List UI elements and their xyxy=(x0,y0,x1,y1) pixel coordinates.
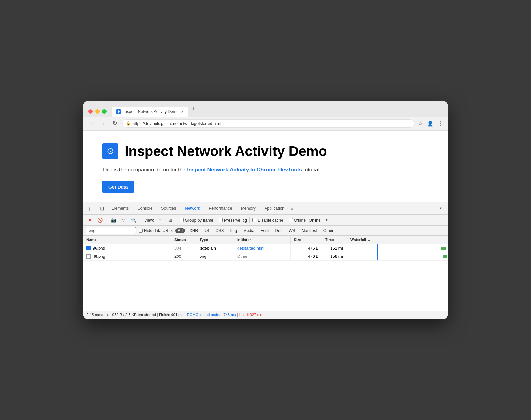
tab-close-button[interactable]: × xyxy=(181,109,184,114)
address-input[interactable]: https://devtools.glitch.me/network/getst… xyxy=(122,119,414,128)
menu-icon[interactable]: ⋮ xyxy=(438,121,443,127)
tab-memory[interactable]: Memory xyxy=(237,203,260,214)
new-tab-button[interactable]: + xyxy=(191,105,197,114)
initiator-other: Other xyxy=(237,254,248,259)
page-title-row: ⊙ Inspect Network Activity Demo xyxy=(102,143,429,159)
filter-img[interactable]: Img xyxy=(228,228,239,234)
network-table: Name Status Type Initiator Size Time Wat… xyxy=(83,236,448,311)
filter-media[interactable]: Media xyxy=(241,228,256,234)
camera-button[interactable]: 📷 xyxy=(109,216,118,224)
toolbar-divider-3 xyxy=(177,217,177,223)
table-row[interactable]: 48.png 200 png Other 476 B 158 ms xyxy=(83,252,448,261)
td-status-1: 304 xyxy=(171,244,196,252)
more-tabs-button[interactable]: » xyxy=(289,203,295,214)
toolbar-divider-1 xyxy=(107,217,107,223)
devtools-menu-button[interactable]: ⋮ xyxy=(424,202,436,214)
devtools-panel: ⬚ ⊡ Elements Console Sources Network Per… xyxy=(83,202,448,319)
browser-tab[interactable]: ⊙ Inspect Network Activity Demo × xyxy=(112,107,188,117)
devtools-close-button[interactable]: × xyxy=(436,203,445,214)
offline-label: Offline xyxy=(289,218,306,223)
tab-elements[interactable]: Elements xyxy=(107,203,133,214)
offline-text: Offline xyxy=(294,218,306,223)
th-status: Status xyxy=(171,236,196,244)
hide-data-urls-label: Hide data URLs xyxy=(139,228,173,233)
description-after: tutorial. xyxy=(302,167,321,173)
th-waterfall[interactable]: Waterfall xyxy=(347,236,448,244)
initiator-link-1[interactable]: getstarted.html xyxy=(237,246,264,250)
devtools-tab-bar: ⬚ ⊡ Elements Console Sources Network Per… xyxy=(83,202,448,215)
filter-input[interactable] xyxy=(86,227,136,234)
preserve-log-checkbox[interactable] xyxy=(219,218,223,222)
th-type: Type xyxy=(196,236,234,244)
filter-font[interactable]: Font xyxy=(259,228,271,234)
filter-icon[interactable]: ▽ xyxy=(119,216,128,224)
page-content: ⊙ Inspect Network Activity Demo This is … xyxy=(83,131,448,202)
title-bar: ⊙ Inspect Network Activity Demo × + xyxy=(83,101,448,117)
status-load: Load: 827 ms xyxy=(239,313,262,317)
status-bar: 2 / 5 requests | 952 B / 2.5 KB transfer… xyxy=(83,311,448,319)
hide-data-urls-checkbox[interactable] xyxy=(139,229,143,233)
filter-other[interactable]: Other xyxy=(321,228,336,234)
empty-table-area xyxy=(83,261,448,311)
toolbar-divider-2 xyxy=(140,217,140,223)
tab-console[interactable]: Console xyxy=(133,203,157,214)
tab-network[interactable]: Network xyxy=(181,203,205,214)
status-dom-loaded: DOMContentLoaded: 746 ms xyxy=(187,313,236,317)
record-button[interactable]: ● xyxy=(86,216,94,224)
device-toggle-icon[interactable]: ⊡ xyxy=(97,203,107,214)
th-initiator: Initiator xyxy=(234,236,291,244)
group-by-frame-checkbox[interactable] xyxy=(180,218,184,222)
td-size-2: 476 B xyxy=(291,252,322,260)
offline-checkbox[interactable] xyxy=(289,218,293,222)
resource-icon-2 xyxy=(86,254,91,259)
tab-sources[interactable]: Sources xyxy=(157,203,181,214)
view-list-button[interactable]: ≡ xyxy=(156,216,164,224)
tab-performance[interactable]: Performance xyxy=(204,203,236,214)
td-size-1: 476 B xyxy=(291,244,322,252)
tab-application[interactable]: Application xyxy=(260,203,289,214)
page-title: Inspect Network Activity Demo xyxy=(125,143,327,159)
status-text: 2 / 5 requests | 952 B / 2.5 KB transfer… xyxy=(86,313,186,317)
refresh-button[interactable]: ↻ xyxy=(111,120,118,127)
td-type-1: text/plain xyxy=(196,244,234,252)
disable-cache-checkbox[interactable] xyxy=(252,218,256,222)
td-name-2: 48.png xyxy=(83,252,171,260)
toolbar-divider-5 xyxy=(249,217,250,223)
all-filter-badge[interactable]: All xyxy=(175,228,185,233)
back-button[interactable]: ‹ xyxy=(88,120,96,127)
tab-title: Inspect Network Activity Demo xyxy=(123,109,179,114)
element-picker-icon[interactable]: ⬚ xyxy=(86,203,97,214)
maximize-button[interactable] xyxy=(102,109,107,114)
filter-css[interactable]: CSS xyxy=(214,228,226,234)
network-conditions-button[interactable]: ▼ xyxy=(322,216,331,224)
filter-doc[interactable]: Doc xyxy=(273,228,284,234)
preserve-log-label: Preserve log xyxy=(219,218,247,223)
disable-cache-label: Disable cache xyxy=(252,218,283,223)
resource-icon-1 xyxy=(86,246,91,250)
network-toolbar: ● 🚫 📷 ▽ 🔍 View: ≡ ⊞ Group by frame Prese… xyxy=(83,215,448,226)
view-large-button[interactable]: ⊞ xyxy=(166,216,174,224)
description-before: This is the companion demo for the xyxy=(102,167,187,173)
minimize-button[interactable] xyxy=(95,109,100,114)
browser-window: ⊙ Inspect Network Activity Demo × + ‹ › … xyxy=(83,101,448,319)
filter-bar: Hide data URLs All XHR JS CSS Img Media … xyxy=(83,226,448,236)
filter-js[interactable]: JS xyxy=(203,228,211,234)
td-initiator-2: Other xyxy=(234,252,291,260)
search-button[interactable]: 🔍 xyxy=(129,216,138,224)
td-waterfall-2 xyxy=(347,252,448,260)
table-row[interactable]: 96.png 304 text/plain getstarted.html 47… xyxy=(83,244,448,252)
forward-button[interactable]: › xyxy=(100,120,107,127)
clear-button[interactable]: 🚫 xyxy=(96,216,104,224)
address-bar: ‹ › ↻ 🔒 https://devtools.glitch.me/netwo… xyxy=(83,117,448,131)
avatar-icon[interactable]: 👤 xyxy=(427,121,433,127)
td-type-2: png xyxy=(196,252,234,260)
close-button[interactable] xyxy=(88,109,93,114)
get-data-button[interactable]: Get Data xyxy=(102,181,134,193)
tab-favicon: ⊙ xyxy=(116,109,121,114)
filter-ws[interactable]: WS xyxy=(287,228,297,234)
star-icon[interactable]: ☆ xyxy=(418,121,423,127)
description-link[interactable]: Inspect Network Activity In Chrome DevTo… xyxy=(187,167,302,173)
td-initiator-1: getstarted.html xyxy=(234,244,291,252)
filter-manifest[interactable]: Manifest xyxy=(300,228,319,234)
filter-xhr[interactable]: XHR xyxy=(188,228,200,234)
